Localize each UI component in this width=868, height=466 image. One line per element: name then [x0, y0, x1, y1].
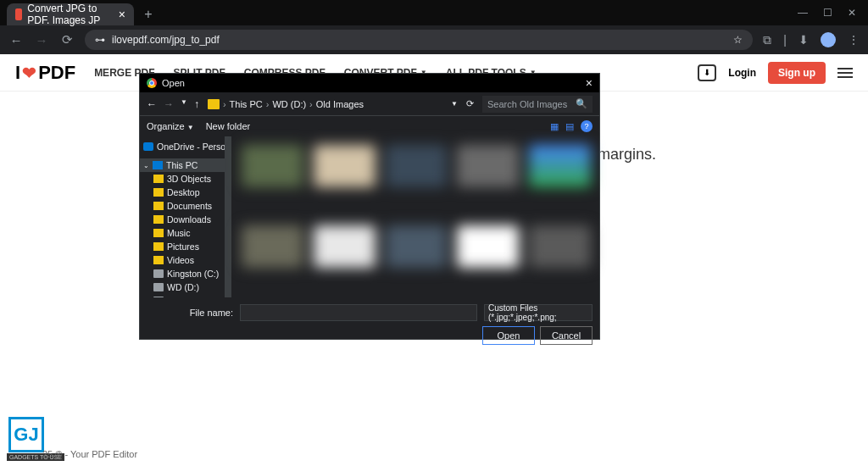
back-icon[interactable]: ←: [8, 33, 24, 47]
tab-favicon: [15, 8, 22, 20]
dialog-close-icon[interactable]: ×: [586, 76, 593, 90]
download-app-icon[interactable]: ⬇: [698, 64, 716, 81]
thumbnail[interactable]: [529, 145, 591, 187]
window-titlebar: Convert JPG to PDF. Images JP × + ― ☐ ✕: [0, 0, 868, 25]
thumbnail[interactable]: [314, 225, 376, 268]
tree-chinmay[interactable]: Chinmay (G:): [140, 294, 225, 297]
tree-documents[interactable]: Documents: [140, 199, 225, 213]
reload-icon[interactable]: ⟳: [59, 32, 75, 47]
search-input[interactable]: Search Old Images 🔍: [482, 96, 593, 113]
view-details-icon[interactable]: ▦: [550, 121, 559, 132]
close-window-icon[interactable]: ✕: [848, 7, 856, 19]
dialog-footer: File name: Custom Files (*.jpg;*.jpeg;*.…: [140, 297, 599, 352]
thumbnail[interactable]: [529, 225, 591, 268]
tree-3d-objects[interactable]: 3D Objects: [140, 172, 225, 186]
help-icon[interactable]: ?: [581, 120, 593, 132]
thumbnail[interactable]: [386, 225, 448, 268]
search-icon: 🔍: [576, 98, 587, 109]
thumbnail[interactable]: [242, 145, 303, 187]
url-text: ilovepdf.com/jpg_to_pdf: [112, 34, 220, 46]
folder-tree: OneDrive - Person ⌄This PC 3D Objects De…: [140, 136, 225, 297]
tree-desktop[interactable]: Desktop: [140, 186, 225, 199]
thumbnail[interactable]: [457, 225, 519, 268]
thumbnail[interactable]: [242, 225, 303, 268]
profile-avatar[interactable]: [821, 32, 836, 47]
file-name-label: File name:: [190, 308, 233, 318]
tree-this-pc[interactable]: ⌄This PC: [140, 158, 225, 172]
forward-icon[interactable]: →: [34, 33, 49, 47]
organize-menu[interactable]: Organize ▼: [147, 121, 194, 131]
tree-kingston[interactable]: Kingston (C:): [140, 267, 225, 280]
folder-icon: [208, 99, 220, 109]
login-link[interactable]: Login: [728, 67, 756, 79]
extensions-icon[interactable]: ⧉: [763, 33, 771, 47]
tab-title: Convert JPG to PDF. Images JP: [27, 3, 114, 26]
new-tab-button[interactable]: +: [137, 3, 159, 25]
open-button[interactable]: Open: [482, 326, 535, 345]
file-type-select[interactable]: Custom Files (*.jpg;*.jpeg;*.png;: [484, 304, 593, 321]
site-footer: 25 ® - Your PDF Editor: [0, 442, 868, 466]
new-folder-button[interactable]: New folder: [206, 121, 251, 131]
nav-up-icon[interactable]: ↑: [194, 98, 199, 110]
address-bar[interactable]: ⊶ ilovepdf.com/jpg_to_pdf ☆: [85, 30, 753, 50]
file-thumbnails[interactable]: [233, 136, 599, 297]
nav-forward-icon[interactable]: →: [164, 98, 174, 110]
tree-downloads[interactable]: Downloads: [140, 213, 225, 226]
maximize-icon[interactable]: ☐: [823, 7, 832, 19]
thumbnail[interactable]: [457, 145, 519, 187]
dialog-toolbar: Organize ▼ New folder ▦ ▤ ?: [140, 116, 599, 136]
separator: |: [783, 33, 787, 47]
window-controls: ― ☐ ✕: [798, 7, 868, 19]
file-open-dialog: Open × ← → ▼ ↑ › This PC › WD (D:) › Old…: [139, 73, 600, 340]
cancel-button[interactable]: Cancel: [540, 326, 593, 345]
bookmark-icon[interactable]: ☆: [733, 34, 743, 46]
nav-recent-icon[interactable]: ▼: [181, 98, 187, 110]
thumbnail[interactable]: [314, 145, 376, 187]
view-thumbnails-icon[interactable]: ▤: [565, 121, 574, 132]
thumbnail[interactable]: [386, 145, 448, 187]
chrome-icon: [147, 78, 157, 88]
search-placeholder: Search Old Images: [487, 99, 567, 109]
dialog-nav: ← → ▼ ↑ › This PC › WD (D:) › Old Images…: [140, 92, 599, 116]
breadcrumb-dropdown-icon[interactable]: ▼: [451, 100, 458, 108]
site-info-icon[interactable]: ⊶: [95, 34, 105, 46]
file-name-input[interactable]: [240, 304, 477, 321]
close-tab-icon[interactable]: ×: [119, 8, 125, 21]
dialog-title: Open: [162, 78, 185, 88]
breadcrumb[interactable]: › This PC › WD (D:) › Old Images ▼ ⟳: [208, 98, 474, 109]
tree-onedrive[interactable]: OneDrive - Person: [140, 140, 225, 153]
browser-toolbar: ← → ⟳ ⊶ ilovepdf.com/jpg_to_pdf ☆ ⧉ | ⬇ …: [0, 25, 868, 54]
site-logo[interactable]: I ❤ PDF: [15, 62, 75, 84]
tree-scrollbar[interactable]: [225, 136, 231, 297]
signup-button[interactable]: Sign up: [768, 62, 826, 84]
nav-back-icon[interactable]: ←: [147, 98, 157, 110]
downloads-icon[interactable]: ⬇: [798, 33, 809, 47]
tree-pictures[interactable]: Pictures: [140, 240, 225, 253]
menu-icon[interactable]: ⋮: [848, 33, 860, 47]
heart-icon: ❤: [22, 63, 36, 83]
hamburger-menu[interactable]: [837, 68, 853, 78]
minimize-icon[interactable]: ―: [798, 7, 808, 19]
tree-videos[interactable]: Videos: [140, 253, 225, 267]
dialog-titlebar: Open ×: [140, 74, 599, 92]
refresh-icon[interactable]: ⟳: [466, 98, 474, 109]
browser-tab[interactable]: Convert JPG to PDF. Images JP ×: [7, 3, 134, 25]
tree-music[interactable]: Music: [140, 226, 225, 240]
tree-wd[interactable]: WD (D:): [140, 280, 225, 294]
